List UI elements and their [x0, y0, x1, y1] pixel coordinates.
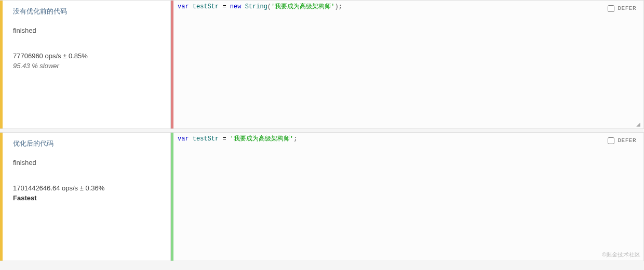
result-panel: 优化后的代码 finished 1701442646.64 ops/s ± 0.… [3, 133, 171, 261]
code-editor[interactable]: var testStr = new String('我要成为高级架构师'); D… [173, 1, 643, 128]
string-literal: '我要成为高级架构师' [230, 135, 293, 143]
test-status: finished [13, 159, 162, 166]
constructor-string: String [245, 3, 267, 10]
operator-assign: = [222, 3, 226, 10]
code-line: var testStr = new String('我要成为高级架构师'); [178, 3, 639, 11]
result-comparison: Fastest [13, 194, 162, 202]
code-panel: var testStr = new String('我要成为高级架构师'); D… [171, 1, 643, 128]
semicolon: ; [293, 135, 297, 143]
defer-control: DEFER [608, 137, 636, 145]
defer-control: DEFER [608, 5, 636, 12]
space [226, 135, 230, 143]
benchmark-row: 优化后的代码 finished 1701442646.64 ops/s ± 0.… [0, 132, 644, 261]
code-panel: var testStr = '我要成为高级架构师'; DEFER [171, 133, 643, 261]
identifier: testStr [189, 3, 223, 10]
ops-per-second: 1701442646.64 ops/s ± 0.36% [13, 184, 162, 192]
identifier: testStr [189, 135, 223, 143]
resize-handle-icon[interactable]: ◢ [636, 121, 642, 127]
code-line: var testStr = '我要成为高级架构师'; [178, 135, 639, 144]
test-title: 优化后的代码 [13, 139, 162, 148]
code-editor[interactable]: var testStr = '我要成为高级架构师'; DEFER [173, 133, 643, 261]
keyword-new: new [226, 3, 245, 10]
ops-per-second: 77706960 ops/s ± 0.85% [13, 52, 162, 60]
string-literal: '我要成为高级架构师' [271, 3, 334, 10]
keyword-var: var [178, 3, 189, 10]
keyword-var: var [178, 135, 189, 143]
defer-checkbox[interactable] [608, 137, 614, 144]
result-panel: 没有优化前的代码 finished 77706960 ops/s ± 0.85%… [3, 1, 171, 128]
defer-label: DEFER [618, 5, 636, 12]
paren-open: ( [267, 3, 271, 10]
defer-label: DEFER [618, 137, 636, 145]
watermark-text: ©掘金技术社区 [602, 251, 640, 259]
test-status: finished [13, 27, 162, 34]
defer-checkbox[interactable] [608, 5, 614, 12]
paren-close: ) [334, 3, 338, 10]
benchmark-row: 没有优化前的代码 finished 77706960 ops/s ± 0.85%… [0, 0, 644, 129]
result-comparison: 95.43 % slower [13, 62, 162, 70]
operator-assign: = [222, 135, 226, 143]
test-title: 没有优化前的代码 [13, 7, 162, 16]
semicolon: ; [339, 3, 342, 10]
